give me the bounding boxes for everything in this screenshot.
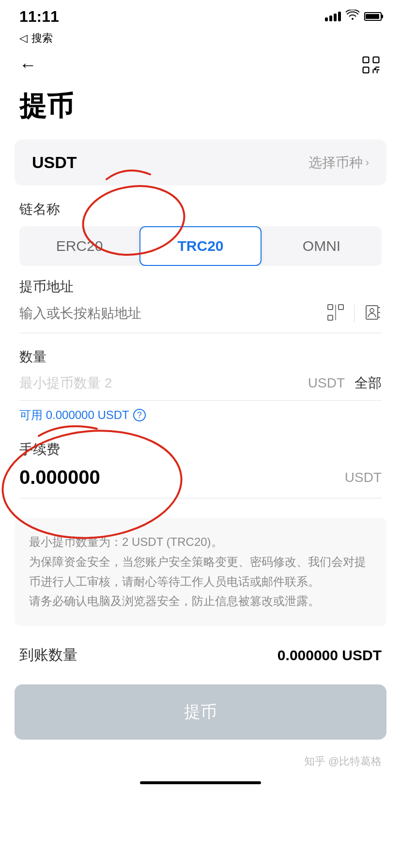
all-button[interactable]: 全部 [355, 374, 382, 392]
fee-row: 0.000000 USDT [19, 466, 382, 498]
chain-trc20-button[interactable]: TRC20 [139, 226, 262, 266]
status-time: 11:11 [19, 8, 59, 26]
chain-omni-button[interactable]: OMNI [262, 226, 382, 266]
fee-label: 手续费 [19, 440, 382, 459]
info-text: 最小提币数量为：2 USDT (TRC20)。 为保障资金安全，当您账户安全策略… [29, 532, 372, 611]
arrival-section: 到账数量 0.000000 USDT [19, 645, 382, 665]
scan-button[interactable] [360, 54, 382, 76]
info-line-1: 最小提币数量为：2 USDT (TRC20)。 [29, 535, 223, 548]
svg-rect-1 [373, 57, 379, 63]
currency-selector[interactable]: USDT 选择币种 › [15, 140, 386, 186]
available-balance: 可用 0.000000 USDT ? [19, 407, 382, 423]
wifi-icon [346, 10, 359, 23]
quantity-section: 数量 最小提币数量 2 USDT 全部 可用 0.000000 USDT ? [19, 348, 382, 423]
fee-amount: 0.000000 [19, 466, 100, 488]
quantity-label: 数量 [19, 348, 382, 366]
fee-section: 手续费 0.000000 USDT [19, 440, 382, 498]
svg-rect-0 [363, 57, 369, 63]
svg-rect-2 [363, 67, 369, 73]
qr-scan-icon[interactable] [327, 304, 344, 323]
svg-rect-9 [339, 305, 343, 310]
address-section: 提币地址 [19, 278, 382, 333]
quantity-unit: USDT [308, 375, 345, 391]
search-label: 搜索 [31, 31, 53, 46]
address-book-icon[interactable] [364, 304, 382, 323]
chevron-right-icon: › [366, 156, 369, 169]
quantity-placeholder: 最小提币数量 2 [19, 374, 308, 392]
select-currency-button[interactable]: 选择币种 › [308, 154, 369, 172]
page-title: 提币 [0, 83, 401, 140]
svg-point-13 [370, 309, 374, 312]
address-label: 提币地址 [19, 278, 382, 296]
address-input[interactable] [19, 306, 327, 321]
currency-name: USDT [32, 153, 77, 172]
back-button[interactable]: ← [19, 55, 37, 75]
status-icons [325, 10, 382, 23]
signal-icon [325, 12, 341, 21]
info-box: 最小提币数量为：2 USDT (TRC20)。 为保障资金安全，当您账户安全策略… [15, 518, 386, 626]
address-input-row [19, 304, 382, 333]
status-bar: 11:11 [0, 0, 401, 29]
arrival-label: 到账数量 [19, 645, 77, 665]
quantity-input-row: 最小提币数量 2 USDT 全部 [19, 374, 382, 401]
available-text: 可用 0.000000 USDT [19, 407, 129, 423]
chain-selector: ERC20 TRC20 OMNI [19, 226, 382, 266]
arrival-amount: 0.000000 USDT [278, 647, 382, 664]
info-line-2: 为保障资金安全，当您账户安全策略变更、密码修改、我们会对提币进行人工审核，请耐心… [29, 555, 366, 588]
svg-rect-8 [328, 305, 333, 310]
fee-unit: USDT [345, 470, 382, 485]
search-bar: ◁ 搜索 [0, 29, 401, 47]
submit-button[interactable]: 提币 [15, 684, 386, 740]
address-actions [327, 304, 382, 323]
chain-label: 链名称 [0, 186, 401, 226]
back-search-arrow: ◁ [19, 32, 28, 45]
nav-bar: ← [0, 49, 401, 83]
info-line-3: 请务必确认电脑及浏览器安全，防止信息被篡改或泄露。 [29, 594, 320, 607]
svg-rect-3 [374, 68, 376, 70]
home-indicator [140, 781, 261, 784]
chain-erc20-button[interactable]: ERC20 [19, 226, 139, 266]
svg-rect-10 [328, 315, 333, 320]
watermark: 知乎 @比特葛格 [0, 749, 401, 776]
divider [354, 305, 355, 322]
select-currency-label: 选择币种 [308, 154, 363, 172]
info-icon[interactable]: ? [133, 409, 146, 421]
battery-icon [364, 12, 382, 21]
